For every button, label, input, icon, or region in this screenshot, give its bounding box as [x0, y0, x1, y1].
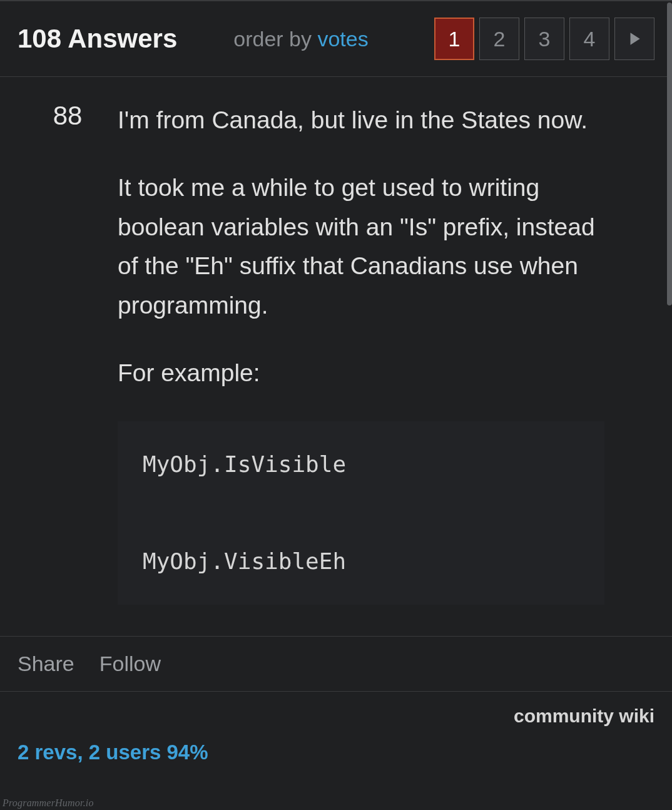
page-4-button[interactable]: 4	[569, 18, 609, 60]
revisions-link[interactable]: 2 revs, 2 users 94%	[18, 741, 208, 764]
page-next-button[interactable]	[614, 18, 654, 60]
code-block: MyObj.IsVisible MyObj.VisibleEh	[118, 421, 604, 604]
answer-paragraph: It took me a while to get used to writin…	[118, 168, 604, 325]
scrollbar-thumb[interactable]	[667, 3, 672, 305]
answer-footer: community wiki 2 revs, 2 users 94%	[0, 692, 672, 771]
follow-link[interactable]: Follow	[99, 652, 161, 676]
answer-paragraph: For example:	[118, 354, 604, 392]
answer-actions: Share Follow	[0, 636, 672, 692]
watermark: ProgrammerHumor.io	[3, 797, 94, 809]
answers-count: 108 Answers	[18, 24, 177, 54]
page-1-button[interactable]: 1	[434, 18, 474, 60]
vote-column: 88	[18, 101, 118, 636]
order-by-label: order by votes	[233, 27, 368, 51]
answer-paragraph: I'm from Canada, but live in the States …	[118, 101, 604, 140]
answer-body: 88 I'm from Canada, but live in the Stat…	[0, 77, 672, 636]
answers-header: 108 Answers order by votes 1 2 3 4	[0, 0, 672, 77]
sort-votes-link[interactable]: votes	[317, 27, 368, 51]
next-icon	[626, 31, 643, 47]
page-2-button[interactable]: 2	[479, 18, 519, 60]
community-wiki-label: community wiki	[514, 705, 654, 727]
vote-score: 88	[18, 101, 118, 131]
pagination: 1 2 3 4	[434, 18, 654, 60]
order-by-text: order by	[233, 27, 317, 51]
answer-content: I'm from Canada, but live in the States …	[118, 101, 654, 636]
share-link[interactable]: Share	[18, 652, 74, 676]
page-3-button[interactable]: 3	[524, 18, 564, 60]
